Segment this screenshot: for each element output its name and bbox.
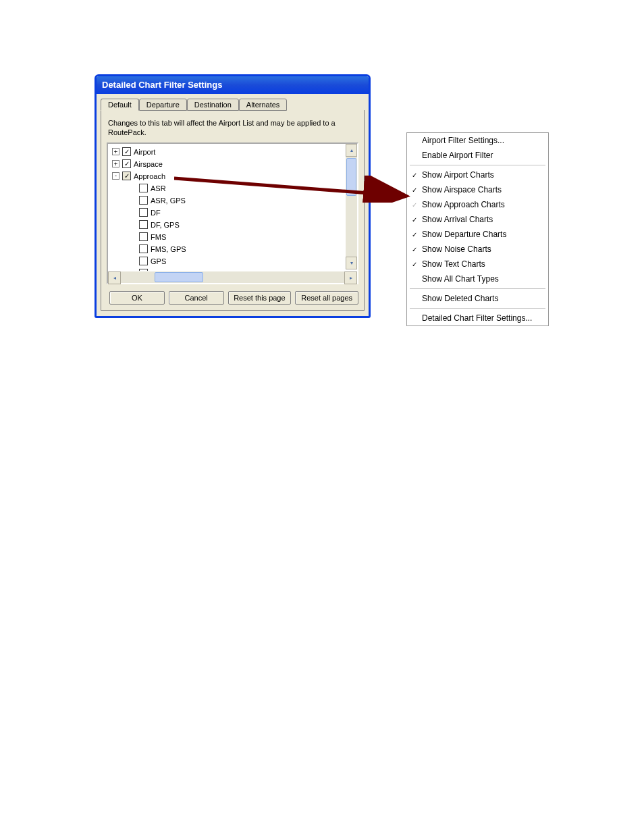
tree-item-fms-gps[interactable]: FMS, GPS [109,242,357,255]
checkbox[interactable] [139,220,148,229]
tree-label: Airport [134,148,155,156]
tree-item-asr-gps[interactable]: ASR, GPS [109,194,357,206]
tab-destination[interactable]: Destination [187,99,239,111]
subheading: Applying Customized Chart Filters to You… [95,502,554,514]
tab-departure[interactable]: Departure [139,99,187,111]
check-icon: ✓ [411,216,418,224]
list-item: If you click Reset this page or Reset al… [112,407,554,419]
tree-label: FMS [151,233,166,241]
tree-item-airport[interactable]: + ✓ Airport [109,145,357,157]
chart-type-tree: + ✓ Airport + ✓ Airspace - ✓ Approach [107,142,358,284]
check-icon: ✓ [411,246,418,253]
tree-label: Helicopter, GPS [151,269,203,271]
tree-label: Airspace [134,160,163,168]
menu-label: Show Noise Charts [422,244,491,254]
tree-item-approach[interactable]: - ✓ Approach [109,170,357,182]
scroll-up-icon[interactable]: ▴ [346,144,357,157]
menu-label: Airport Filter Settings... [422,136,504,145]
tab-strip: Default Departure Destination Alternates [101,98,365,110]
menu-separator [410,288,545,289]
tree-label: FMS, GPS [151,245,186,253]
menu-label: Show Deleted Charts [422,294,498,303]
checkbox[interactable] [139,232,148,241]
checkbox[interactable] [139,257,148,265]
scrollbar-thumb[interactable] [155,272,203,282]
tree-item-fms[interactable]: FMS [109,230,357,242]
menu-detailed-chart-filter-settings[interactable]: Detailed Chart Filter Settings... [407,311,548,325]
menu-enable-airport-filter[interactable]: Enable Airport Filter [407,148,548,163]
menu-show-text-charts[interactable]: ✓Show Text Charts [407,257,548,271]
tree-label: DF, GPS [151,221,180,229]
menu-show-departure-charts[interactable]: ✓Show Departure Charts [407,227,548,242]
tab-default[interactable]: Default [101,99,139,111]
tab-hint-text: Changes to this tab will affect the Airp… [108,118,358,137]
check-icon: ✓ [411,201,418,209]
tree-item-gps[interactable]: GPS [109,255,357,267]
list-item: Click OK when you are finished. [112,394,554,405]
tree-item-df-gps[interactable]: DF, GPS [109,218,357,230]
paragraph: You can further adjust these settings by… [95,428,554,440]
menu-show-arrival-charts[interactable]: ✓Show Arrival Charts [407,212,548,227]
expand-icon[interactable]: + [112,160,119,167]
menu-label: Show All Chart Types [422,274,499,284]
menu-show-airspace-charts[interactable]: ✓Show Airspace Charts [407,182,548,197]
scrollbar-track[interactable] [346,157,357,257]
menu-label: Show Text Charts [422,259,485,269]
scroll-left-icon[interactable]: ◂ [108,271,121,284]
tree-label: Approach [134,172,165,180]
menu-show-noise-charts[interactable]: ✓Show Noise Charts [407,242,548,257]
tree-item-df[interactable]: DF [109,206,357,218]
menu-label: Show Approach Charts [422,200,505,209]
scrollbar-track[interactable] [121,271,344,283]
dialog-titlebar[interactable]: Detailed Chart Filter Settings [97,76,369,94]
document-body: By default, all chart types are selected… [95,358,554,559]
checkbox[interactable] [139,184,148,192]
tree-item-helicopter-gps[interactable]: Helicopter, GPS [109,267,357,271]
reset-all-pages-button[interactable]: Reset all pages [295,291,358,305]
list-item: Filtering out even more chart types. [112,472,554,484]
vertical-scrollbar[interactable]: ▴ ▾ [346,144,357,269]
cancel-button[interactable]: Cancel [169,291,224,305]
scroll-down-icon[interactable]: ▾ [346,257,357,269]
dialog-button-row: OK Cancel Reset this page Reset all page… [107,291,358,305]
menu-airport-filter-settings[interactable]: Airport Filter Settings... [407,133,548,148]
tab-alternates[interactable]: Alternates [239,99,288,111]
check-icon: ✓ [411,186,418,194]
tree-label: DF [151,209,161,217]
tree-item-asr[interactable]: ASR [109,182,357,194]
check-icon: ✓ [411,231,418,238]
checkbox[interactable]: ✓ [122,159,131,168]
menu-label: Detailed Chart Filter Settings... [422,313,532,323]
tree-label: ASR, GPS [151,197,186,205]
checkbox[interactable] [139,196,148,205]
scrollbar-thumb[interactable] [346,158,356,196]
expand-icon[interactable]: + [112,148,119,155]
menu-label: Enable Airport Filter [422,151,493,160]
checkbox[interactable] [139,208,148,217]
list-item: Clear the check boxes for the chart type… [112,380,554,392]
detailed-chart-filter-dialog: Detailed Chart Filter Settings Default D… [95,74,371,318]
bullet-list: Applying customized filters for the depa… [112,445,554,484]
ok-button[interactable]: OK [109,291,165,305]
checkbox-mixed[interactable]: ✓ [122,172,131,180]
menu-show-approach-charts[interactable]: ✓Show Approach Charts [407,197,548,212]
scroll-right-icon[interactable]: ▸ [344,271,357,284]
check-icon: ✓ [411,261,418,268]
collapse-icon[interactable]: - [112,172,119,180]
checkbox[interactable] [139,269,148,271]
menu-show-all-chart-types[interactable]: Show All Chart Types [407,271,548,286]
horizontal-scrollbar[interactable]: ◂ ▸ [108,271,357,283]
tab-pane-default: Changes to this tab will affect the Airp… [101,110,365,311]
menu-label: Show Airspace Charts [422,185,502,194]
tree-item-airspace[interactable]: + ✓ Airspace [109,157,357,170]
list-item: Selecting any edited tabs and deciding w… [112,459,554,470]
menu-separator [410,165,545,165]
checkbox[interactable] [139,244,148,253]
check-icon: ✓ [411,172,418,179]
chart-context-menu: Airport Filter Settings... Enable Airpor… [406,132,549,326]
menu-show-deleted-charts[interactable]: Show Deleted Charts [407,291,548,306]
checkbox[interactable]: ✓ [122,147,131,156]
menu-show-airport-charts[interactable]: ✓Show Airport Charts [407,167,548,182]
menu-label: Show Airport Charts [422,170,494,180]
reset-this-page-button[interactable]: Reset this page [228,291,292,305]
